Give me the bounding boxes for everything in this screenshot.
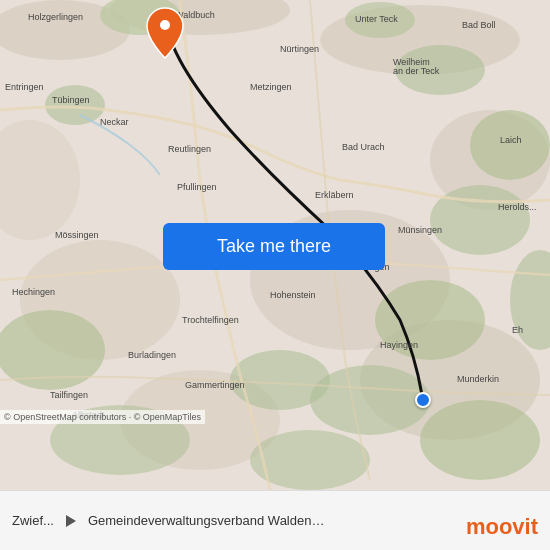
svg-text:Tübingen: Tübingen [52,95,90,105]
svg-point-15 [430,185,530,255]
moovit-text: moovit [466,514,538,540]
svg-text:Eh: Eh [512,325,523,335]
svg-text:Gammertingen: Gammertingen [185,380,245,390]
svg-text:an der Teck: an der Teck [393,66,440,76]
svg-point-11 [45,85,105,125]
svg-text:Entringen: Entringen [5,82,44,92]
svg-point-20 [230,350,330,410]
svg-text:Hechingen: Hechingen [12,287,55,297]
bottom-bar: Zwief... Gemeindeverwaltungsverband Wald… [0,490,550,550]
svg-text:Nürtingen: Nürtingen [280,44,319,54]
svg-text:Erkläbern: Erkläbern [315,190,354,200]
svg-text:Pfullingen: Pfullingen [177,182,217,192]
origin-label: Zwief... [12,513,54,528]
take-me-there-button[interactable]: Take me there [163,223,385,270]
svg-text:Herolds...: Herolds... [498,202,537,212]
map-attribution: © OpenStreetMap contributors · © OpenMap… [0,410,205,424]
svg-text:Bad Urach: Bad Urach [342,142,385,152]
svg-text:Münsingen: Münsingen [398,225,442,235]
svg-text:Hohenstein: Hohenstein [270,290,316,300]
svg-point-14 [470,110,550,180]
svg-text:Laich: Laich [500,135,522,145]
svg-text:Hayingen: Hayingen [380,340,418,350]
moovit-logo: moovit [466,514,538,540]
svg-text:Neckar: Neckar [100,117,129,127]
svg-text:Reutlingen: Reutlingen [168,144,211,154]
svg-text:Unter Teck: Unter Teck [355,14,398,24]
svg-text:Holzgerlingen: Holzgerlingen [28,12,83,22]
svg-text:Munderkin: Munderkin [457,374,499,384]
svg-text:Mössingen: Mössingen [55,230,99,240]
destination-label: Gemeindeverwaltungsverband Waldenbu... [88,513,328,528]
svg-text:Bad Boll: Bad Boll [462,20,496,30]
map-container: Holzgerlingen Waldbuch Unter Teck Bad Bo… [0,0,550,490]
svg-point-21 [420,400,540,480]
svg-text:Trochtelfingen: Trochtelfingen [182,315,239,325]
svg-text:Burladingen: Burladingen [128,350,176,360]
svg-point-55 [160,20,170,30]
arrow-icon [66,515,76,527]
svg-text:Tailfingen: Tailfingen [50,390,88,400]
svg-text:Metzingen: Metzingen [250,82,292,92]
destination-marker [415,392,431,408]
